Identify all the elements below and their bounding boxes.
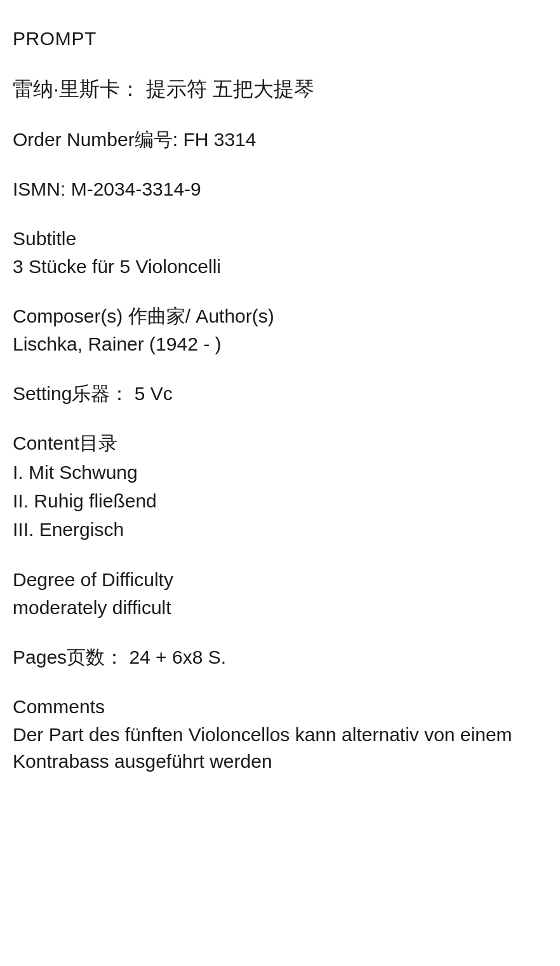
content-items: I. Mit Schwung II. Ruhig fließend III. E…	[13, 458, 547, 544]
content-row: Content目录 I. Mit Schwung II. Ruhig fließ…	[13, 430, 547, 544]
content-item-2: II. Ruhig fließend	[13, 486, 547, 515]
content-item-3: III. Energisch	[13, 515, 547, 544]
setting-label: Setting乐器： 5 Vc	[13, 380, 547, 407]
prompt-label: PROMPT	[13, 25, 547, 52]
title-section: 雷纳·里斯卡： 提示符 五把大提琴	[13, 75, 547, 104]
composer-row: Composer(s) 作曲家/ Author(s) Lischka, Rain…	[13, 303, 547, 358]
ismn-label: ISMN: M-2034-3314-9	[13, 176, 547, 203]
comments-row: Comments Der Part des fünften Violoncell…	[13, 694, 547, 775]
title-zh: 雷纳·里斯卡： 提示符 五把大提琴	[13, 75, 547, 104]
content-label: Content目录	[13, 430, 547, 457]
pages-label: Pages页数： 24 + 6x8 S.	[13, 644, 547, 671]
difficulty-row: Degree of Difficulty moderately difficul…	[13, 567, 547, 621]
setting-row: Setting乐器： 5 Vc	[13, 380, 547, 407]
pages-row: Pages页数： 24 + 6x8 S.	[13, 644, 547, 671]
comments-label: Comments	[13, 694, 547, 720]
difficulty-label: Degree of Difficulty	[13, 567, 547, 593]
comments-value: Der Part des fünften Violoncellos kann a…	[13, 721, 547, 775]
difficulty-value: moderately difficult	[13, 594, 547, 621]
content-item-1: I. Mit Schwung	[13, 458, 547, 486]
order-number-label: Order Number编号: FH 3314	[13, 126, 547, 153]
composer-value: Lischka, Rainer (1942 - )	[13, 331, 547, 358]
prompt-section: PROMPT	[13, 25, 547, 52]
order-number-row: Order Number编号: FH 3314	[13, 126, 547, 153]
subtitle-label: Subtitle	[13, 225, 547, 252]
subtitle-row: Subtitle 3 Stücke für 5 Violoncelli	[13, 225, 547, 280]
ismn-row: ISMN: M-2034-3314-9	[13, 176, 547, 203]
composer-label: Composer(s) 作曲家/ Author(s)	[13, 303, 547, 330]
subtitle-value: 3 Stücke für 5 Violoncelli	[13, 253, 547, 280]
